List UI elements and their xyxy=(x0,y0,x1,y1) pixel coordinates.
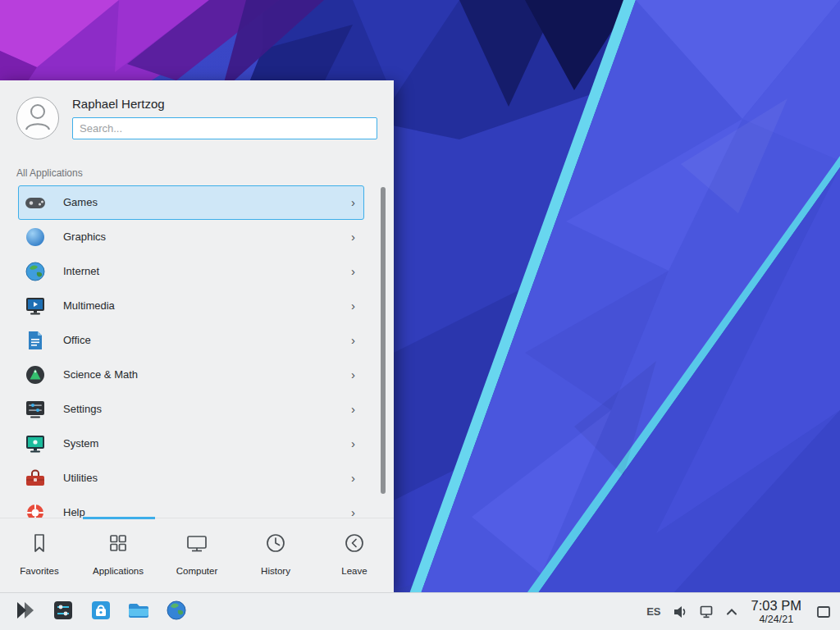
help-lifebuoy-icon xyxy=(24,501,47,518)
user-icon xyxy=(16,95,59,141)
category-system[interactable]: System › xyxy=(18,427,364,461)
clock-date: 4/24/21 xyxy=(751,614,801,626)
category-list: Games › Graphic xyxy=(0,185,394,518)
category-utilities[interactable]: Utilities › xyxy=(18,461,364,495)
clock-icon xyxy=(263,531,288,559)
globe-icon xyxy=(24,260,47,283)
graphics-sphere-icon xyxy=(24,226,47,249)
gamepad-icon xyxy=(24,191,47,214)
category-label: Utilities xyxy=(63,472,98,484)
launcher-tab-bar: Favorites Applications xyxy=(0,518,394,592)
category-label: Help xyxy=(63,506,85,518)
office-document-icon xyxy=(24,329,47,352)
multimedia-monitor-icon xyxy=(24,294,47,317)
submenu-arrow-icon: › xyxy=(351,299,355,312)
folder-icon xyxy=(126,598,151,625)
grid-icon xyxy=(106,531,130,559)
clock[interactable]: 7:03 PM 4/24/21 xyxy=(751,598,801,626)
submenu-arrow-icon: › xyxy=(351,265,355,277)
file-manager-button[interactable] xyxy=(126,600,151,624)
tray-expand-arrow-icon[interactable] xyxy=(726,608,737,616)
show-desktop-button[interactable] xyxy=(815,604,832,620)
category-label: Science & Math xyxy=(63,368,138,381)
settings-sliders-icon xyxy=(24,398,47,421)
category-games[interactable]: Games › xyxy=(18,185,364,220)
desktop: Raphael Hertzog All Applications xyxy=(0,0,840,630)
tab-applications[interactable]: Applications xyxy=(79,518,158,592)
tab-label: History xyxy=(261,566,290,576)
category-multimedia[interactable]: Multimedia › xyxy=(18,289,364,323)
discover-bag-icon xyxy=(89,598,113,625)
science-flask-icon xyxy=(24,363,47,386)
system-settings-button[interactable] xyxy=(51,600,75,624)
tab-label: Favorites xyxy=(20,566,58,576)
network-icon[interactable] xyxy=(699,604,715,620)
category-label: Office xyxy=(63,334,91,346)
web-browser-button[interactable] xyxy=(164,600,189,624)
tab-history[interactable]: History xyxy=(236,518,315,592)
submenu-arrow-icon: › xyxy=(351,403,355,415)
tab-leave[interactable]: Leave xyxy=(315,518,394,592)
category-items: Games › Graphic xyxy=(18,185,364,518)
keyboard-layout-indicator[interactable]: ES xyxy=(646,605,660,618)
tab-favorites[interactable]: Favorites xyxy=(0,518,79,592)
taskbar: ES 7:03 PM xyxy=(0,592,840,630)
system-monitor-icon xyxy=(24,432,47,455)
search-input[interactable] xyxy=(72,117,377,139)
clock-time: 7:03 PM xyxy=(751,598,801,614)
tab-label: Leave xyxy=(341,566,367,576)
category-internet[interactable]: Internet › xyxy=(18,254,364,289)
category-label: Multimedia xyxy=(63,299,115,312)
category-label: Settings xyxy=(63,403,102,415)
leave-icon xyxy=(342,531,367,559)
tab-computer[interactable]: Computer xyxy=(158,518,236,592)
bookmark-icon xyxy=(27,531,52,559)
section-label: All Applications xyxy=(16,167,377,179)
application-launcher-menu: Raphael Hertzog All Applications xyxy=(0,80,394,592)
category-office[interactable]: Office › xyxy=(18,323,364,358)
discover-button[interactable] xyxy=(89,600,113,624)
category-label: Internet xyxy=(63,265,99,277)
submenu-arrow-icon: › xyxy=(351,334,355,346)
submenu-arrow-icon: › xyxy=(351,472,355,484)
app-launcher-button[interactable] xyxy=(13,600,38,624)
category-help[interactable]: Help › xyxy=(18,495,364,518)
active-tab-indicator xyxy=(83,517,155,519)
tab-label: Applications xyxy=(93,566,144,576)
submenu-arrow-icon: › xyxy=(351,437,355,450)
launcher-header: Raphael Hertzog xyxy=(16,97,377,154)
category-label: Graphics xyxy=(63,231,106,243)
category-label: System xyxy=(63,437,98,450)
avatar[interactable] xyxy=(16,97,59,139)
submenu-arrow-icon: › xyxy=(351,506,355,518)
category-science-math[interactable]: Science & Math › xyxy=(18,358,364,392)
monitor-icon xyxy=(185,531,209,559)
submenu-arrow-icon: › xyxy=(351,196,355,208)
category-label: Games xyxy=(63,196,98,208)
system-settings-icon xyxy=(51,598,75,625)
app-launcher-icon xyxy=(13,598,38,625)
category-graphics[interactable]: Graphics › xyxy=(18,220,364,254)
category-settings[interactable]: Settings › xyxy=(18,392,364,427)
utilities-toolbox-icon xyxy=(24,467,47,490)
scrollbar[interactable] xyxy=(381,187,386,494)
volume-icon[interactable] xyxy=(672,604,688,620)
launcher-header-right: Raphael Hertzog xyxy=(72,97,377,154)
system-tray: ES 7:03 PM xyxy=(646,598,833,626)
submenu-arrow-icon: › xyxy=(351,368,355,381)
user-name: Raphael Hertzog xyxy=(72,97,377,112)
tab-label: Computer xyxy=(176,566,218,576)
browser-globe-icon xyxy=(164,598,189,625)
submenu-arrow-icon: › xyxy=(351,231,355,243)
